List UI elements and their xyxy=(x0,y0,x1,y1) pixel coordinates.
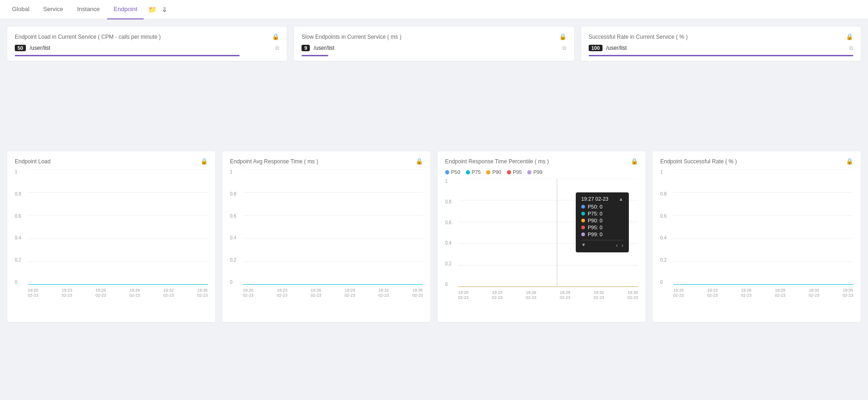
x-labels-3: 19:2002-23 19:2302-23 19:2602-23 19:2902… xyxy=(673,288,853,299)
chart-area-0: 1 0.8 0.6 0.4 0.2 0 xyxy=(15,169,208,299)
chart-svg-0 xyxy=(28,169,208,285)
y-labels-1: 1 0.8 0.6 0.4 0.2 0 xyxy=(230,169,243,299)
tab-global[interactable]: Global xyxy=(6,0,36,19)
nav-tabs: Global Service Instance Endpoint 📁 ⇓ xyxy=(0,0,868,19)
chart-area-3: 1 0.8 0.6 0.4 0.2 0 xyxy=(660,169,853,299)
main-content: Endpoint Load in Current Service ( CPM -… xyxy=(0,19,868,400)
chart-avg-response: Endpoint Avg Response Time ( ms ) 🔒 1 0.… xyxy=(223,151,430,322)
lock-icon-chart-1[interactable]: 🔒 xyxy=(416,158,423,165)
percentile-legend: P50 P75 P90 P95 P99 xyxy=(445,169,638,175)
chart-inner-3 xyxy=(673,169,853,285)
top-cards-row: Endpoint Load in Current Service ( CPM -… xyxy=(7,27,861,61)
bar-rate xyxy=(589,55,853,56)
chart-avg-response-title: Endpoint Avg Response Time ( ms ) 🔒 xyxy=(230,158,423,165)
copy-icon-2[interactable]: ⧉ xyxy=(849,45,853,51)
chart-successful-rate-title: Endpoint Successful Rate ( % ) 🔒 xyxy=(660,158,853,165)
chart-area-1: 1 0.8 0.6 0.4 0.2 0 xyxy=(230,169,423,299)
chart-tooltip: 19:27 02-23 ▲ P50: 0 P75: 0 xyxy=(576,192,629,252)
download-icon[interactable]: ⇓ xyxy=(162,6,168,14)
card-successful-rate-title: Successful Rate in Current Service ( % )… xyxy=(589,33,853,40)
chart-percentile-title: Endpoint Response Time Percentile ( ms )… xyxy=(445,158,638,165)
tooltip-prev[interactable]: ‹ xyxy=(616,242,618,249)
card-slow-endpoints-title: Slow Endpoints in Current Service ( ms )… xyxy=(301,33,566,40)
tab-service[interactable]: Service xyxy=(37,0,70,19)
chart-successful-rate: Endpoint Successful Rate ( % ) 🔒 1 0.8 0… xyxy=(653,151,861,322)
path-load: /user/list xyxy=(30,45,271,51)
nav-action-icons: 📁 ⇓ xyxy=(148,6,168,14)
tooltip-scroll-down[interactable]: ▼ xyxy=(581,242,586,249)
legend-dot-p75 xyxy=(466,170,470,174)
lock-icon-chart-0[interactable]: 🔒 xyxy=(200,158,208,165)
chart-svg-1 xyxy=(243,169,423,285)
tooltip-title: 19:27 02-23 ▲ xyxy=(581,196,623,202)
tooltip-dot-p75 xyxy=(581,212,585,215)
card-endpoint-load-item: 50 /user/list ⧉ xyxy=(15,45,279,51)
lock-icon-chart-2[interactable]: 🔒 xyxy=(631,158,638,165)
tooltip-row-p50: P50: 0 xyxy=(581,204,623,209)
spacer xyxy=(7,68,861,151)
card-endpoint-load-title: Endpoint Load in Current Service ( CPM -… xyxy=(15,33,279,40)
legend-p90: P90 xyxy=(486,169,501,175)
lock-icon-1[interactable]: 🔒 xyxy=(559,33,567,40)
legend-dot-p95 xyxy=(507,170,511,174)
card-slow-endpoints: Slow Endpoints in Current Service ( ms )… xyxy=(294,27,573,61)
tooltip-dot-p99 xyxy=(581,233,585,236)
tooltip-scroll-up[interactable]: ▲ xyxy=(619,197,623,202)
badge-slow: 9 xyxy=(301,45,310,51)
chart-percentile: Endpoint Response Time Percentile ( ms )… xyxy=(438,151,645,322)
tooltip-dot-p90 xyxy=(581,219,585,222)
legend-dot-p99 xyxy=(527,170,531,174)
legend-p95: P95 xyxy=(507,169,522,175)
bar-load xyxy=(15,55,240,56)
lock-icon-chart-3[interactable]: 🔒 xyxy=(846,158,853,165)
tooltip-dot-p50 xyxy=(581,205,585,209)
path-slow: /user/list xyxy=(313,45,558,51)
tab-instance[interactable]: Instance xyxy=(71,0,106,19)
path-rate: /user/list xyxy=(606,45,845,51)
tab-endpoint[interactable]: Endpoint xyxy=(107,0,144,19)
legend-p50: P50 xyxy=(445,169,460,175)
card-successful-rate-item: 100 /user/list ⧉ xyxy=(589,45,853,51)
legend-dot-p90 xyxy=(486,170,490,174)
chart-endpoint-load: Endpoint Load 🔒 1 0.8 0.6 0.4 0.2 0 xyxy=(7,151,215,322)
lock-icon-0[interactable]: 🔒 xyxy=(272,33,279,40)
copy-icon-0[interactable]: ⧉ xyxy=(275,45,279,51)
chart-svg-3 xyxy=(673,169,853,285)
chart-inner-0 xyxy=(28,169,208,285)
bar-slow xyxy=(301,55,328,56)
legend-p99: P99 xyxy=(527,169,542,175)
tooltip-row-p95: P95: 0 xyxy=(581,225,623,230)
x-labels-0: 19:2002-23 19:2302-23 19:2602-23 19:2902… xyxy=(28,288,208,299)
tooltip-footer: ▼ ‹ › xyxy=(581,240,623,249)
tooltip-next[interactable]: › xyxy=(621,242,623,249)
copy-icon-1[interactable]: ⧉ xyxy=(562,45,567,51)
y-labels-3: 1 0.8 0.6 0.4 0.2 0 xyxy=(660,169,673,299)
tooltip-row-p90: P90: 0 xyxy=(581,218,623,223)
legend-p75: P75 xyxy=(466,169,481,175)
tooltip-dot-p95 xyxy=(581,226,585,229)
tooltip-row-p99: P99: 0 xyxy=(581,232,623,237)
badge-rate: 100 xyxy=(589,45,603,51)
chart-inner-1 xyxy=(243,169,423,285)
y-labels-0: 1 0.8 0.6 0.4 0.2 0 xyxy=(15,169,28,299)
legend-dot-p50 xyxy=(445,170,449,174)
charts-row: Endpoint Load 🔒 1 0.8 0.6 0.4 0.2 0 xyxy=(7,151,861,322)
chart-inner-2: 19:27 02-23 ▲ P50: 0 P75: 0 xyxy=(458,179,638,287)
tooltip-row-p75: P75: 0 xyxy=(581,211,623,216)
lock-icon-2[interactable]: 🔒 xyxy=(846,33,853,40)
x-labels-1: 19:2002-23 19:2302-23 19:2602-23 19:2902… xyxy=(243,288,423,299)
badge-load: 50 xyxy=(15,45,26,51)
card-slow-endpoints-item: 9 /user/list ⧉ xyxy=(301,45,566,51)
card-successful-rate: Successful Rate in Current Service ( % )… xyxy=(581,27,861,61)
chart-endpoint-load-title: Endpoint Load 🔒 xyxy=(15,158,208,165)
y-labels-2: 1 0.8 0.6 0.4 0.2 0 xyxy=(445,179,458,301)
x-labels-2: 19:2002-23 19:2302-23 19:2602-23 19:2902… xyxy=(458,290,638,301)
chart-area-2: 1 0.8 0.6 0.4 0.2 0 xyxy=(445,179,638,301)
card-endpoint-load: Endpoint Load in Current Service ( CPM -… xyxy=(7,27,287,61)
folder-icon[interactable]: 📁 xyxy=(148,6,157,14)
